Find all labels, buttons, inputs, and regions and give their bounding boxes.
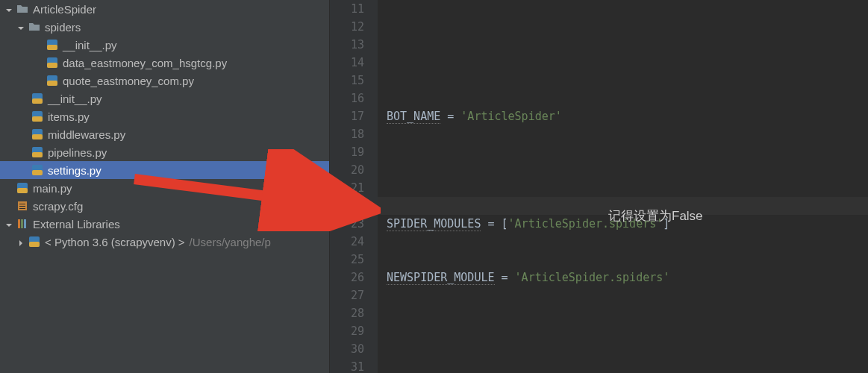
python-file-icon xyxy=(31,128,43,140)
folder-icon xyxy=(28,21,40,33)
tree-file-middlewares[interactable]: middlewares.py xyxy=(0,125,329,143)
tree-label: settings.py xyxy=(48,164,102,177)
project-tree-panel: ArticleSpider spiders __init__.py data_e… xyxy=(0,0,330,373)
svg-rect-23 xyxy=(21,219,23,228)
svg-rect-5 xyxy=(47,81,57,86)
tree-label: items.py xyxy=(48,110,90,123)
tree-label: main.py xyxy=(33,182,72,195)
tree-label: __init__.py xyxy=(63,39,117,51)
svg-rect-26 xyxy=(29,242,40,247)
tree-label: data_eastmoney_com_hsgtcg.py xyxy=(63,57,227,69)
tree-label: spiders xyxy=(45,21,81,34)
chevron-right-icon xyxy=(16,237,25,246)
tree-file-settings[interactable]: settings.py xyxy=(0,161,329,179)
svg-rect-21 xyxy=(19,208,25,209)
gutter-line-number: 12 xyxy=(330,18,364,36)
gutter-line-number: 15 xyxy=(330,72,364,90)
python-file-icon xyxy=(31,110,43,122)
tree-label: middlewares.py xyxy=(48,128,125,141)
tree-label: < Python 3.6 (scrapyvenv) > xyxy=(45,236,185,248)
chevron-down-icon xyxy=(4,219,13,228)
code-editor[interactable]: BOT_NAME = 'ArticleSpider' SPIDER_MODULE… xyxy=(378,0,868,373)
tree-file-main[interactable]: main.py xyxy=(0,179,329,197)
code-line: BOT_NAME = 'ArticleSpider' xyxy=(387,107,868,125)
python-file-icon xyxy=(46,39,58,51)
gutter-line-number: 17 xyxy=(330,107,364,125)
tree-label: External Libraries xyxy=(33,218,120,231)
tree-label-path: /Users/yanghe/p xyxy=(190,236,271,248)
python-file-icon xyxy=(31,93,43,104)
gutter-line-number: 19 xyxy=(330,143,364,161)
svg-rect-15 xyxy=(32,170,43,175)
gutter-line-number: 18 xyxy=(330,125,364,143)
folder-icon xyxy=(16,3,28,15)
python-file-icon xyxy=(46,75,58,87)
python-sdk-icon xyxy=(28,236,40,248)
code-line xyxy=(387,54,868,72)
library-icon xyxy=(16,218,28,230)
gutter-line-number: 13 xyxy=(330,36,364,54)
svg-rect-1 xyxy=(47,45,57,50)
tree-file-pipelines[interactable]: pipelines.py xyxy=(0,143,329,161)
gutter-line-number: 31 xyxy=(330,358,364,373)
svg-rect-24 xyxy=(24,219,26,228)
gutter-line-number: 20 xyxy=(330,161,364,179)
tree-label: quote_eastmoney_com.py xyxy=(63,75,194,87)
svg-rect-3 xyxy=(47,63,57,68)
gutter-line-number: 27 xyxy=(330,286,364,304)
tree-file-init-spiders[interactable]: __init__.py xyxy=(0,36,329,54)
gutter-line-number: 22 xyxy=(330,197,364,215)
tree-label: ArticleSpider xyxy=(33,3,96,16)
tree-folder-spiders[interactable]: spiders xyxy=(0,18,329,36)
gutter-line-number: 16 xyxy=(330,90,364,107)
svg-rect-20 xyxy=(19,206,25,207)
tree-file-quote-eastmoney[interactable]: quote_eastmoney_com.py xyxy=(0,72,329,90)
gutter-line-number: 24 xyxy=(330,233,364,251)
svg-rect-9 xyxy=(32,116,43,122)
gutter-line-number: 30 xyxy=(330,340,364,358)
gutter-line-number: 26 xyxy=(330,269,364,286)
gutter-line-number: 29 xyxy=(330,322,364,340)
gutter-line-number: 21 xyxy=(330,179,364,197)
chevron-down-icon xyxy=(16,22,25,31)
tree-external-libraries[interactable]: External Libraries xyxy=(0,215,329,233)
svg-rect-13 xyxy=(32,152,43,157)
svg-rect-19 xyxy=(19,204,25,204)
code-line xyxy=(387,161,868,179)
tree-folder-root[interactable]: ArticleSpider xyxy=(0,0,329,18)
chevron-down-icon xyxy=(4,4,13,13)
editor-gutter[interactable]: 11 12 13 14 15 16 17 18 19 20 21 22 23 2… xyxy=(330,0,378,373)
tree-file-init-root[interactable]: __init__.py xyxy=(0,90,329,107)
gutter-line-number: 23 xyxy=(330,215,364,233)
svg-rect-7 xyxy=(32,98,43,104)
svg-rect-22 xyxy=(18,219,20,228)
gutter-line-number: 28 xyxy=(330,304,364,322)
python-file-icon xyxy=(16,182,28,194)
python-file-icon xyxy=(46,57,58,69)
python-file-icon xyxy=(31,146,43,158)
python-file-icon xyxy=(31,164,43,176)
gutter-line-number: 14 xyxy=(330,54,364,72)
code-line: NEWSPIDER_MODULE = 'ArticleSpider.spider… xyxy=(387,269,868,286)
svg-rect-11 xyxy=(32,134,43,140)
tree-label: pipelines.py xyxy=(48,146,107,159)
annotation-text: 记得设置为False xyxy=(608,207,703,225)
svg-rect-17 xyxy=(17,188,28,193)
config-file-icon xyxy=(16,200,28,212)
tree-file-items[interactable]: items.py xyxy=(0,107,329,125)
tree-file-scrapy-cfg[interactable]: scrapy.cfg xyxy=(0,197,329,215)
tree-file-data-eastmoney[interactable]: data_eastmoney_com_hsgtcg.py xyxy=(0,54,329,72)
tree-label: scrapy.cfg xyxy=(33,200,83,213)
tree-python-env[interactable]: < Python 3.6 (scrapyvenv) > /Users/yangh… xyxy=(0,233,329,251)
gutter-line-number: 11 xyxy=(330,0,364,18)
gutter-line-number: 25 xyxy=(330,251,364,269)
code-line xyxy=(387,322,868,340)
tree-label: __init__.py xyxy=(48,93,102,105)
